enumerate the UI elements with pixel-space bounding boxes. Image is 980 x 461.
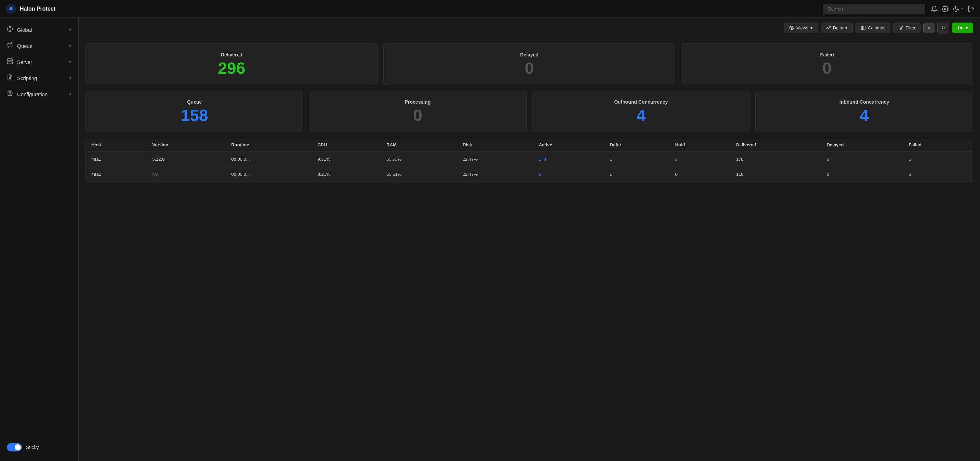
sidebar-item-server[interactable]: Server ▾ xyxy=(0,54,78,70)
sidebar: Global ▾ Queue ▾ xyxy=(0,18,79,461)
table-row: mta2n/a0d 00:0...8.21%65.61%22.47%800118… xyxy=(86,167,973,182)
sidebar-item-label: Global xyxy=(17,27,32,33)
scripting-icon xyxy=(7,74,13,82)
stats-area: Delivered 296 Delayed 0 Failed 0 Queue 1… xyxy=(79,38,980,188)
col-ram[interactable]: RAM xyxy=(381,138,457,152)
brand: Halon Protect xyxy=(5,3,81,14)
interval-chevron-icon: ▾ xyxy=(966,25,968,30)
topnav: Halon Protect xyxy=(0,0,980,18)
delayed-value: 0 xyxy=(525,60,534,76)
table-cell: 22.47% xyxy=(457,152,533,167)
columns-label: Columns xyxy=(868,25,885,30)
table-cell: 0 xyxy=(903,152,973,167)
toggle-knob xyxy=(15,444,21,450)
inbound-concurrency-value: 4 xyxy=(860,107,869,124)
col-delivered[interactable]: Delivered xyxy=(731,138,821,152)
filter-button[interactable]: Filter xyxy=(893,22,921,33)
table-cell: 2 xyxy=(670,152,730,167)
svg-marker-17 xyxy=(899,25,904,29)
close-icon: ✕ xyxy=(927,25,931,30)
stat-card-failed: Failed 0 xyxy=(681,43,973,85)
col-defer[interactable]: Defer xyxy=(605,138,670,152)
sidebar-item-scripting[interactable]: Scripting ▾ xyxy=(0,70,78,86)
chevron-down-icon: ▾ xyxy=(69,43,72,49)
interval-button[interactable]: 1m ▾ xyxy=(952,22,973,33)
table-cell: 0 xyxy=(821,152,904,167)
sidebar-item-configuration[interactable]: Configuration ▾ xyxy=(0,86,78,102)
col-version[interactable]: Version xyxy=(147,138,226,152)
stat-card-delayed: Delayed 0 xyxy=(383,43,676,85)
sidebar-footer: Sticky xyxy=(0,438,78,457)
global-icon xyxy=(7,26,13,34)
chevron-down-icon: ▾ xyxy=(69,59,72,65)
toolbar: Views ▾ Delta ▾ Columns xyxy=(79,18,980,38)
outbound-concurrency-value: 4 xyxy=(636,107,646,124)
stat-card-outbound-concurrency: Outbound Concurrency 4 xyxy=(532,91,750,132)
columns-icon xyxy=(861,25,866,30)
search-input[interactable] xyxy=(823,4,925,14)
sticky-label: Sticky xyxy=(26,445,39,450)
server-icon xyxy=(7,58,13,66)
col-disk[interactable]: Disk xyxy=(457,138,533,152)
stats-top-row: Delivered 296 Delayed 0 Failed 0 xyxy=(86,43,973,85)
topnav-icons xyxy=(931,5,975,12)
table-cell: 22.47% xyxy=(457,167,533,182)
brand-name: Halon Protect xyxy=(20,6,56,12)
settings-icon[interactable] xyxy=(942,5,948,12)
views-button[interactable]: Views ▾ xyxy=(784,22,818,33)
table-cell: 9.51% xyxy=(312,152,381,167)
table-cell: 0d 00:0... xyxy=(226,167,312,182)
bell-icon[interactable] xyxy=(931,5,938,12)
filter-label: Filter xyxy=(905,25,915,30)
delta-button[interactable]: Delta ▾ xyxy=(821,22,853,33)
inbound-concurrency-label: Inbound Concurrency xyxy=(840,99,889,105)
delta-chevron-icon: ▾ xyxy=(845,25,848,30)
refresh-button[interactable]: ↻ xyxy=(937,22,949,33)
table-cell: 5.12.0 xyxy=(147,152,226,167)
col-active[interactable]: Active xyxy=(533,138,605,152)
table-cell: 178 xyxy=(731,152,821,167)
columns-button[interactable]: Columns xyxy=(856,22,891,33)
svg-rect-7 xyxy=(8,62,13,64)
brand-logo xyxy=(5,3,16,14)
delivered-label: Delivered xyxy=(221,52,242,57)
col-runtime[interactable]: Runtime xyxy=(226,138,312,152)
theme-icon[interactable] xyxy=(953,5,964,12)
layout: Global ▾ Queue ▾ xyxy=(0,18,980,461)
sidebar-item-global[interactable]: Global ▾ xyxy=(0,22,78,38)
views-chevron-icon: ▾ xyxy=(810,25,813,30)
col-delayed[interactable]: Delayed xyxy=(821,138,904,152)
close-button[interactable]: ✕ xyxy=(923,22,934,33)
sidebar-item-queue[interactable]: Queue ▾ xyxy=(0,38,78,54)
table-cell: 0 xyxy=(821,167,904,182)
chevron-down-icon: ▾ xyxy=(69,92,72,97)
main-content: Views ▾ Delta ▾ Columns xyxy=(79,18,980,461)
stat-card-delivered: Delivered 296 xyxy=(86,43,378,85)
table-cell: 8 xyxy=(533,167,605,182)
col-host[interactable]: Host xyxy=(86,138,147,152)
interval-label: 1m xyxy=(957,25,964,30)
svg-rect-16 xyxy=(864,25,865,29)
views-label: Views xyxy=(796,25,808,30)
col-hold[interactable]: Hold xyxy=(670,138,730,152)
delta-label: Delta xyxy=(833,25,843,30)
col-failed[interactable]: Failed xyxy=(903,138,973,152)
failed-value: 0 xyxy=(822,60,832,76)
processing-label: Processing xyxy=(405,99,431,105)
table-cell: 148 xyxy=(533,152,605,167)
svg-point-13 xyxy=(791,27,792,29)
table-cell: 0 xyxy=(605,152,670,167)
filter-icon xyxy=(898,25,904,30)
table-cell: 0 xyxy=(605,167,670,182)
sidebar-item-label: Scripting xyxy=(17,75,37,81)
stat-card-queue: Queue 158 xyxy=(86,91,303,132)
sidebar-item-label: Server xyxy=(17,59,32,65)
logout-icon[interactable] xyxy=(968,5,975,12)
queue-value: 158 xyxy=(181,107,208,124)
chart-icon xyxy=(826,25,831,30)
refresh-icon: ↻ xyxy=(941,25,945,30)
sticky-toggle[interactable] xyxy=(7,443,22,451)
svg-point-1 xyxy=(10,7,12,9)
stats-bottom-row: Queue 158 Processing 0 Outbound Concurre… xyxy=(86,91,973,132)
col-cpu[interactable]: CPU xyxy=(312,138,381,152)
